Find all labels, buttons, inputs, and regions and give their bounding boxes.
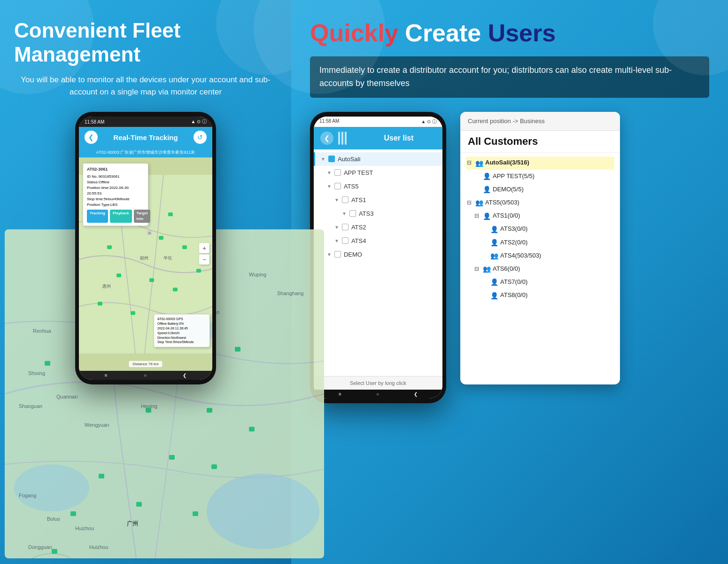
popup-stop-time: Stop time:5Hour49Minute: [87, 196, 144, 202]
customer-list-item[interactable]: ⊟👥AutoSali(3/516): [466, 157, 614, 170]
customer-name: ATS8(0/0): [500, 291, 527, 299]
expand-arrow-icon: ▼: [327, 252, 332, 257]
zoom-out-button[interactable]: −: [199, 254, 209, 265]
user-list-footer: Select User by long click: [314, 376, 442, 390]
svg-rect-36: [193, 511, 198, 516]
user-checkbox[interactable]: [349, 210, 356, 217]
customer-expand-icon[interactable]: ⊟: [474, 266, 481, 273]
customer-expand-icon[interactable]: ⊟: [467, 199, 473, 207]
title-create: Create: [398, 19, 481, 47]
user-list-item[interactable]: ▼ATS4: [314, 234, 442, 248]
user-checkbox[interactable]: [342, 196, 349, 203]
person-icon: 👤: [483, 185, 491, 194]
svg-text:Shixing: Shixing: [28, 370, 45, 376]
customer-list-item[interactable]: ⊟👥ATS6(0/0): [466, 262, 614, 275]
phone2-nav-back[interactable]: ❮: [414, 392, 418, 397]
customer-list-item[interactable]: 👤ATS3(0/0): [466, 223, 614, 236]
customer-list-item[interactable]: ⊟👥ATS5(0/503): [466, 196, 614, 209]
refresh-button[interactable]: ↺: [194, 131, 207, 144]
phone2-menu-lines: [338, 132, 357, 145]
user-list-item[interactable]: ▼ATS5: [314, 180, 442, 193]
user-list-item[interactable]: ▼ATS3: [314, 207, 442, 220]
customer-expand-icon[interactable]: ⊟: [467, 159, 473, 167]
customer-name: DEMO(5/5): [493, 186, 524, 194]
customer-list-item[interactable]: 👥ATS4(503/503): [466, 249, 614, 262]
customer-list-item[interactable]: 👤ATS7(0/0): [466, 275, 614, 289]
popup-position-time: Position time:2022-06-30 20:55:53: [87, 185, 144, 196]
popup2-line4: Speed:0.0km/h Direction:Northwest: [157, 331, 206, 340]
customer-list-item[interactable]: 👤APP TEST(5/5): [466, 170, 614, 183]
tracking-button[interactable]: Tracking: [87, 210, 108, 223]
target-info-button[interactable]: Target Info: [134, 210, 151, 223]
customer-name: ATS4(503/503): [500, 252, 541, 260]
person-icon: 👤: [483, 172, 491, 180]
playback-button[interactable]: Playback: [110, 210, 132, 223]
popup2-line3: 2022-04-28 11:36:45: [157, 326, 206, 331]
svg-rect-30: [249, 427, 255, 431]
group-icon: 👥: [475, 198, 483, 207]
title-users: Users: [481, 19, 556, 47]
phones-row: 11:58 AM ▲ ⊙ ⓘ ❮ User list ▼AutoSali▼APP…: [310, 112, 709, 564]
user-label: ATS3: [359, 210, 374, 217]
phone2-back-button[interactable]: ❮: [320, 132, 333, 145]
user-checkbox[interactable]: [334, 183, 341, 189]
svg-rect-51: [173, 288, 178, 291]
person-icon: 👤: [490, 291, 498, 300]
phone2-nav-menu[interactable]: ≡: [339, 392, 341, 397]
user-list-item[interactable]: ▼AutoSali: [314, 152, 442, 166]
customer-name: ATS7(0/0): [500, 278, 527, 286]
svg-rect-45: [168, 212, 173, 216]
left-panel: Convenient Fleet Management You will be …: [0, 0, 291, 564]
svg-rect-50: [149, 278, 154, 282]
nav-back[interactable]: ❮: [183, 373, 186, 378]
user-checkbox[interactable]: [334, 169, 341, 176]
customer-name: ATS3(0/0): [500, 225, 527, 233]
popup-title: AT02-3061: [87, 166, 144, 173]
phone-screen: 11:58 AM ▲ ⊙ ⓘ ❮ Real-Time Tracking ↺ AT…: [79, 117, 212, 380]
zoom-in-button[interactable]: +: [199, 243, 209, 253]
user-label: AutoSali: [338, 156, 360, 163]
expand-arrow-icon: ▼: [327, 184, 332, 189]
customer-name: AutoSali(3/516): [485, 159, 529, 167]
customer-list-item[interactable]: 👤DEMO(5/5): [466, 183, 614, 196]
svg-point-2: [14, 464, 89, 511]
user-checkbox[interactable]: [342, 237, 349, 244]
customer-list-item[interactable]: ⊟👤ATS1(0/0): [466, 210, 614, 223]
customer-expand-icon[interactable]: ⊟: [474, 212, 481, 220]
user-checkbox[interactable]: [342, 224, 349, 230]
nav-home[interactable]: ○: [144, 373, 147, 378]
user-label: ATS4: [351, 237, 366, 244]
group-icon: 👥: [490, 251, 498, 260]
back-button[interactable]: ❮: [85, 131, 98, 144]
svg-text:Renhua: Renhua: [33, 328, 51, 334]
person-icon: 👤: [490, 238, 498, 247]
user-checkbox[interactable]: [328, 156, 335, 162]
expand-arrow-icon: ▼: [334, 197, 339, 203]
group-icon: 👥: [483, 265, 491, 273]
user-list-item[interactable]: ▼ATS2: [314, 220, 442, 234]
customer-list-item[interactable]: 👤ATS8(0/0): [466, 289, 614, 302]
phone2-status-bar: 11:58 AM ▲ ⊙ ⓘ: [314, 117, 442, 127]
popup2-line2: Offline Battery:0%: [157, 321, 206, 326]
svg-text:Quannan: Quannan: [56, 394, 77, 400]
user-label: ATS2: [351, 224, 366, 231]
nav-menu[interactable]: ≡: [105, 373, 108, 378]
svg-rect-47: [159, 236, 163, 240]
user-list-item[interactable]: ▼DEMO: [314, 248, 442, 261]
user-list-item[interactable]: ▼APP TEST: [314, 166, 442, 180]
svg-rect-37: [52, 549, 57, 554]
expand-arrow-icon: ▼: [342, 211, 347, 216]
phone2-device: 11:58 AM ▲ ⊙ ⓘ ❮ User list ▼AutoSali▼APP…: [310, 112, 446, 403]
user-checkbox[interactable]: [334, 251, 341, 258]
user-list-item[interactable]: ▼ATS1: [314, 193, 442, 207]
svg-text:Shanghang: Shanghang: [277, 290, 303, 296]
phone2-nav-home[interactable]: ○: [376, 392, 379, 397]
info-bar: AT02-00003:广东省广州市增城市沙堆青年桥东911米: [79, 148, 212, 157]
svg-rect-46: [107, 245, 112, 249]
person-icon: 👤: [490, 278, 498, 286]
svg-text:广州: 广州: [126, 520, 138, 527]
customer-list-item[interactable]: 👤ATS2(0/0): [466, 236, 614, 249]
svg-text:韶州: 韶州: [140, 256, 148, 260]
phone2-time: 11:58 AM: [319, 118, 339, 125]
status-icons: ▲ ⊙ ⓘ: [191, 118, 207, 125]
